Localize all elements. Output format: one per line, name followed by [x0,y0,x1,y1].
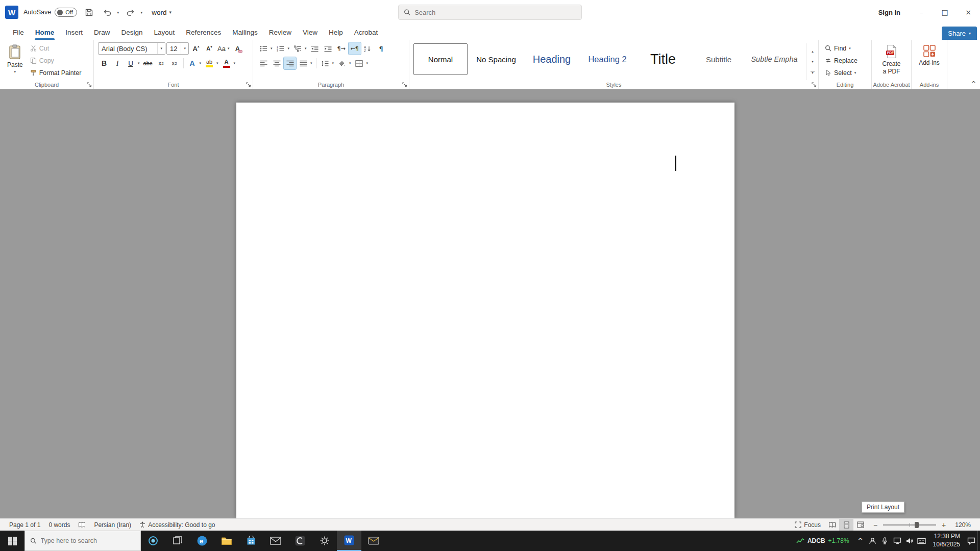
show-desktop-button[interactable] [977,531,980,551]
tray-network-icon[interactable] [891,531,903,551]
find-button[interactable]: Find ▾ [823,42,867,54]
tab-mailings[interactable]: Mailings [227,26,263,40]
clipboard-dialog-launcher[interactable] [87,82,92,87]
sort-button[interactable]: AZ [362,42,374,55]
create-pdf-button[interactable]: PDF Createa PDF [879,42,903,80]
hidden-icons-chevron[interactable]: ^ [854,531,867,551]
focus-mode-button[interactable]: Focus [791,519,825,531]
font-name-combobox[interactable]: Arial (Body CS) ▾ [98,42,165,55]
shading-button[interactable]: ▾ [336,57,352,69]
rtl-direction-button[interactable]: ←¶ [349,42,361,55]
font-size-combobox[interactable]: 12 ▾ [166,42,189,55]
italic-button[interactable]: I [111,57,124,69]
multilevel-list-button[interactable]: ▾ [291,42,308,55]
decrease-indent-button[interactable] [309,42,321,55]
proofing-status[interactable] [74,519,90,531]
show-formatting-button[interactable]: ¶ [375,42,387,55]
addins-button[interactable]: Add-ins [916,42,943,80]
line-spacing-button[interactable]: ▾ [319,57,335,69]
align-center-button[interactable] [271,57,283,69]
increase-indent-button[interactable] [322,42,334,55]
redo-button[interactable] [124,6,137,19]
tray-microphone-icon[interactable] [879,531,891,551]
format-painter-button[interactable]: Format Painter [28,67,84,79]
autosave-toggle[interactable]: Off [55,8,77,17]
select-button[interactable]: Select ▾ [823,67,867,79]
document-page[interactable] [236,103,734,518]
grow-font-button[interactable]: A▴ [190,42,202,55]
copy-button[interactable]: Copy [28,55,84,66]
styles-dialog-launcher[interactable] [812,82,817,87]
style-subtitle[interactable]: Subtitle [692,43,746,75]
sign-in-button[interactable]: Sign in [869,9,910,16]
cortana-button[interactable] [141,531,165,551]
document-title[interactable]: word ▾ [152,9,172,16]
taskbar-edge-button[interactable]: e [190,531,214,551]
bold-button[interactable]: B [98,57,110,69]
paragraph-dialog-launcher[interactable] [402,82,407,87]
print-layout-button[interactable] [839,519,853,531]
style-heading-2[interactable]: Heading 2 [580,43,634,75]
word-app-icon[interactable]: W [5,6,18,19]
maximize-button[interactable]: □ [933,0,957,24]
customize-qat-dropdown-icon[interactable]: ▾ [140,10,142,15]
style-subtle-emphasis[interactable]: Subtle Empha [747,43,801,75]
word-count[interactable]: 0 words [44,519,74,531]
tray-people-icon[interactable] [867,531,879,551]
font-size-dropdown-icon[interactable]: ▾ [181,43,188,54]
subscript-button[interactable]: x2 [155,57,167,69]
undo-button[interactable] [101,6,114,19]
taskbar-app-9-button[interactable] [361,531,386,551]
language-indicator[interactable]: Persian (Iran) [90,519,135,531]
underline-button[interactable]: U▾ [125,57,141,69]
replace-button[interactable]: Replace [823,55,867,66]
taskbar-settings-button[interactable] [312,531,337,551]
font-color-button[interactable]: A▾ [220,57,237,69]
strikethrough-button[interactable]: abc [142,57,154,69]
search-input[interactable] [414,9,576,16]
cut-button[interactable]: Cut [28,42,84,54]
style-normal[interactable]: Normal [413,43,468,75]
task-view-button[interactable] [165,531,190,551]
bullets-button[interactable]: ▾ [257,42,274,55]
start-button[interactable] [0,531,24,551]
zoom-slider-thumb[interactable] [915,522,919,528]
tab-design[interactable]: Design [116,26,149,40]
clear-formatting-button[interactable]: A [231,42,243,55]
superscript-button[interactable]: x2 [168,57,181,69]
zoom-in-button[interactable]: + [940,521,947,529]
taskbar-mail-button[interactable] [263,531,288,551]
paste-button[interactable]: Paste ▾ [4,42,26,80]
style-title[interactable]: Title [636,43,690,75]
tab-view[interactable]: View [297,26,323,40]
ltr-direction-button[interactable]: ¶→ [335,42,348,55]
styles-gallery-more-button[interactable]: ▾ [808,68,817,76]
zoom-percentage[interactable]: 120% [951,521,971,529]
close-button[interactable]: × [957,0,980,24]
tab-insert[interactable]: Insert [60,26,88,40]
read-mode-button[interactable] [825,519,839,531]
highlight-color-button[interactable]: ab▾ [203,57,219,69]
tab-file[interactable]: File [7,26,30,40]
web-layout-button[interactable] [853,519,868,531]
page-indicator[interactable]: Page 1 of 1 [5,519,44,531]
align-right-button[interactable] [284,57,296,69]
font-name-dropdown-icon[interactable]: ▾ [157,43,165,54]
tab-references[interactable]: References [180,26,227,40]
tray-volume-icon[interactable] [903,531,916,551]
tab-review[interactable]: Review [263,26,297,40]
styles-gallery-down-button[interactable]: ▾ [808,58,817,66]
zoom-slider[interactable] [883,524,936,525]
style-heading[interactable]: Heading [525,43,579,75]
taskbar-store-button[interactable] [239,531,263,551]
tab-draw[interactable]: Draw [88,26,116,40]
tray-touch-keyboard-icon[interactable] [916,531,928,551]
taskbar-file-explorer-button[interactable] [214,531,239,551]
action-center-button[interactable] [965,531,977,551]
shrink-font-button[interactable]: A▾ [203,42,215,55]
text-effects-button[interactable]: A▾ [186,57,203,69]
taskbar-app-6-button[interactable] [288,531,312,551]
borders-button[interactable]: ▾ [353,57,370,69]
undo-dropdown-icon[interactable]: ▾ [117,10,119,15]
tab-acrobat[interactable]: Acrobat [349,26,384,40]
